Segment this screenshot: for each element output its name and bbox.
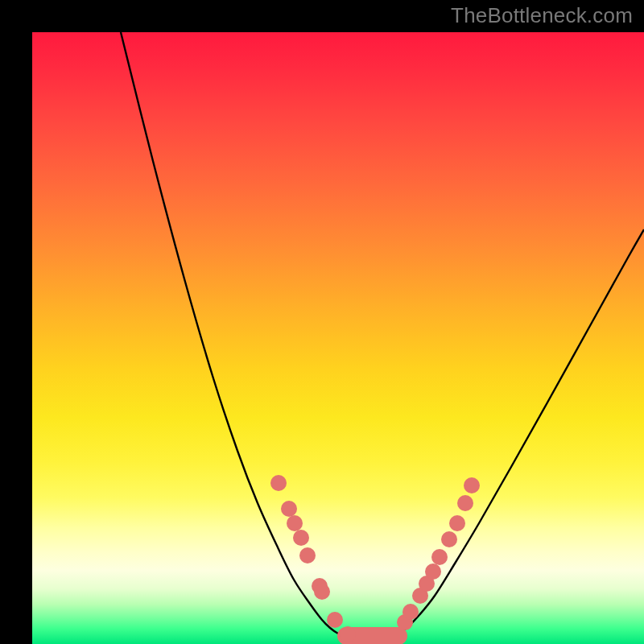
highlight-dot (314, 584, 330, 600)
highlight-dot (457, 495, 473, 511)
curve-left (121, 32, 346, 636)
highlight-dot (270, 475, 287, 491)
highlight-dot (299, 547, 316, 564)
highlight-markers (270, 475, 480, 642)
highlight-dot (425, 564, 441, 580)
watermark-text: TheBottleneck.com (451, 3, 633, 28)
highlight-dot (431, 549, 448, 565)
highlight-dot (281, 501, 297, 517)
chart-container: TheBottleneck.com (0, 0, 644, 644)
highlight-dot (293, 530, 309, 546)
highlight-dot (287, 515, 303, 531)
highlight-dot (441, 531, 457, 547)
chart-overlay (32, 32, 644, 644)
highlight-dot (449, 515, 465, 531)
highlight-dot (464, 477, 480, 493)
plot-area (32, 32, 644, 644)
highlight-dot (327, 612, 343, 628)
highlight-dot (402, 604, 419, 620)
highlight-dot (340, 626, 356, 642)
